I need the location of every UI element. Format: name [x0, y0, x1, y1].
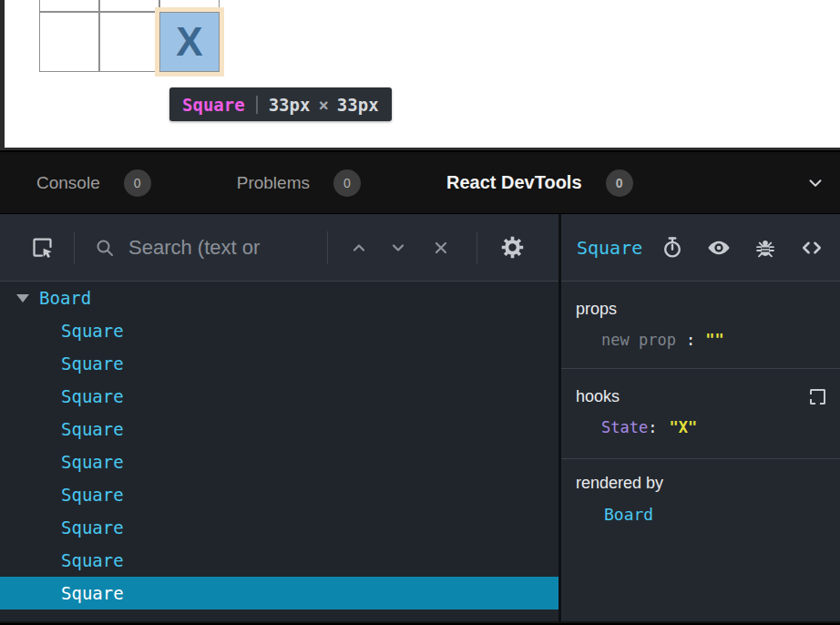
- rendered-by-link[interactable]: Board: [604, 505, 653, 524]
- tree-item-square[interactable]: Square: [0, 478, 558, 511]
- react-devtools-panel: Board Square Square Square Square Square…: [0, 213, 840, 621]
- tree-item-square[interactable]: Square: [0, 314, 558, 347]
- tree-item-label: Board: [39, 288, 91, 308]
- hooks-section: hooks State : "X": [561, 369, 840, 459]
- tree-item-square[interactable]: Square: [0, 413, 558, 446]
- settings-gear-icon[interactable]: [499, 234, 526, 261]
- tree-item-square[interactable]: Square: [0, 446, 558, 478]
- tree-item-label: Square: [61, 321, 124, 341]
- eye-icon[interactable]: [706, 235, 732, 261]
- tree-toolbar: [0, 214, 558, 282]
- search-icon: [94, 237, 116, 259]
- view-source-icon[interactable]: [799, 235, 825, 261]
- prop-key[interactable]: new prop: [601, 331, 676, 349]
- tree-item-square[interactable]: Square: [0, 380, 558, 413]
- panel-chevron-down-icon[interactable]: [805, 173, 825, 193]
- tab-problems[interactable]: Problems 0: [237, 169, 361, 197]
- props-label: props: [576, 300, 825, 319]
- tree-item-square[interactable]: Square: [0, 347, 558, 380]
- devtools-tabbar: Console 0 Problems 0 React DevTools 0: [0, 152, 840, 213]
- inspected-page: X Square 33px × 33px: [0, 0, 840, 148]
- component-tree: Board Square Square Square Square Square…: [0, 282, 558, 621]
- hooks-label: hooks: [576, 387, 620, 406]
- board-square-highlighted[interactable]: X: [159, 12, 220, 72]
- tab-console[interactable]: Console 0: [36, 169, 151, 197]
- times-glyph: ×: [318, 95, 328, 115]
- tictactoe-board: X: [39, 0, 220, 72]
- toolbar-divider: [74, 231, 75, 264]
- tab-badge: 0: [333, 169, 361, 197]
- tooltip-component-name: Square: [182, 95, 245, 115]
- board-square[interactable]: [99, 0, 159, 12]
- tooltip-dimensions: 33px × 33px: [269, 95, 379, 115]
- tab-badge: 0: [124, 169, 151, 197]
- tree-item-label: Square: [61, 485, 124, 505]
- tree-item-label: Square: [61, 452, 124, 472]
- new-prop-row[interactable]: new prop : "": [576, 331, 825, 349]
- tree-item-square-selected[interactable]: Square: [0, 577, 558, 610]
- chevron-expanded-icon[interactable]: [16, 294, 29, 302]
- tree-item-label: Square: [61, 583, 124, 603]
- board-square[interactable]: [39, 12, 99, 72]
- props-section: props new prop : "": [561, 282, 840, 369]
- tooltip-divider: [256, 96, 258, 114]
- tab-label: Console: [36, 173, 100, 193]
- tab-badge: 0: [606, 169, 633, 197]
- inspect-tooltip: Square 33px × 33px: [169, 87, 392, 121]
- bug-icon[interactable]: [753, 236, 777, 260]
- prop-value[interactable]: "": [705, 331, 723, 349]
- tree-item-square[interactable]: Square: [0, 544, 558, 577]
- search-prev-icon[interactable]: [348, 237, 370, 259]
- hook-state-row[interactable]: State : "X": [576, 418, 825, 436]
- selected-component-title: Square: [577, 237, 642, 259]
- hook-key: State: [601, 418, 648, 436]
- tree-item-label: Square: [61, 517, 124, 538]
- details-header-icons: [661, 235, 825, 261]
- board-square[interactable]: [159, 0, 220, 12]
- window-left-edge: [0, 0, 5, 148]
- search-input[interactable]: [128, 236, 322, 260]
- tree-item-label: Square: [61, 353, 124, 374]
- toolbar-divider: [327, 231, 328, 264]
- dashed-square-icon[interactable]: [810, 389, 825, 405]
- components-tree-panel: Board Square Square Square Square Square…: [0, 214, 558, 621]
- prop-colon: :: [686, 331, 695, 349]
- clear-search-icon[interactable]: [430, 237, 452, 259]
- component-details-panel: Square: [561, 214, 840, 621]
- board-square[interactable]: [99, 12, 159, 72]
- tab-label: Problems: [237, 173, 310, 193]
- board-square[interactable]: [39, 0, 99, 12]
- stopwatch-icon[interactable]: [661, 236, 684, 260]
- tree-item-label: Square: [61, 386, 124, 406]
- search-next-icon[interactable]: [387, 237, 409, 259]
- inspect-element-icon[interactable]: [30, 235, 55, 260]
- square-value: X: [176, 19, 202, 65]
- toolbar-divider: [476, 231, 477, 264]
- tree-item-square[interactable]: Square: [0, 511, 558, 544]
- tree-item-label: Square: [61, 419, 124, 439]
- rendered-by-label: rendered by: [576, 474, 825, 493]
- details-header: Square: [561, 214, 840, 282]
- tree-item-label: Square: [61, 550, 124, 570]
- hook-value[interactable]: "X": [669, 418, 697, 436]
- tree-item-board[interactable]: Board: [0, 282, 558, 314]
- tab-label: React DevTools: [446, 172, 582, 193]
- tab-react-devtools[interactable]: React DevTools 0: [446, 169, 633, 197]
- rendered-by-section: rendered by Board: [561, 459, 840, 621]
- hook-colon: :: [648, 418, 657, 436]
